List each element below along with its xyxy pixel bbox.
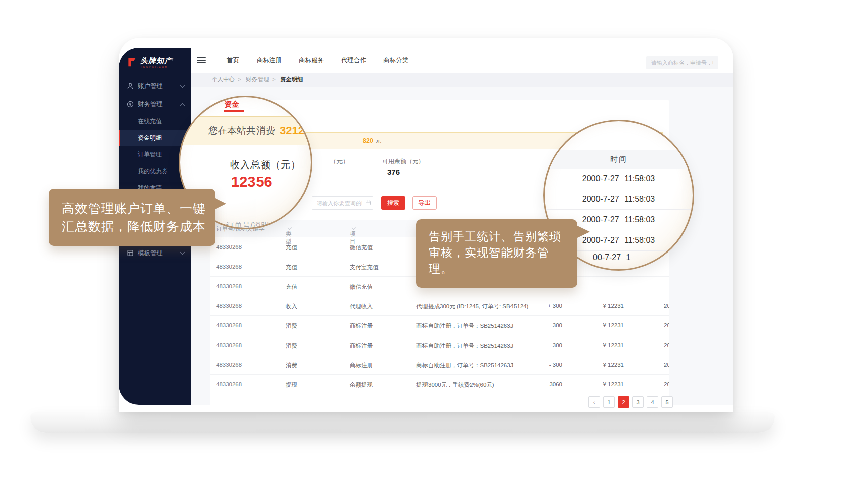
lens-banner-label: 您在本站共消费: [208, 124, 275, 137]
lens-income-label: 收入总额（元）: [230, 158, 301, 172]
sidebar-item-account[interactable]: 账户管理: [119, 77, 191, 95]
breadcrumb-item[interactable]: 个人中心: [212, 76, 235, 83]
chevron-down-icon: [180, 250, 185, 255]
sidebar-subitem-label: 订单管理: [138, 150, 162, 159]
cell-order-no: 48330268: [216, 342, 242, 348]
pagination-page-button[interactable]: 5: [661, 396, 673, 408]
sidebar-subitem-label: 我的优惠券: [138, 167, 168, 176]
stat-partial-label: （元）: [330, 157, 349, 166]
callout-right-line1: 告别手工统计、告别繁琐: [429, 228, 577, 244]
callout-left-line2: 汇总数据，降低财务成本: [62, 217, 215, 235]
cell-project: 商标注册: [350, 322, 373, 330]
lens-partial-time: 00-7-27 1: [593, 253, 631, 262]
cell-type: 充值: [286, 283, 297, 291]
active-indicator: [119, 130, 120, 146]
top-nav-link[interactable]: 代理合作: [341, 56, 366, 65]
cell-type: 充值: [286, 244, 297, 251]
callout-right-line3: 理。: [429, 261, 577, 277]
date-query-input[interactable]: [312, 196, 373, 210]
cell-project: 微信充值: [350, 283, 373, 291]
lens-tab-fragment: 资金: [224, 100, 239, 109]
available-balance-label: 可用余额（元）: [382, 157, 424, 166]
table-row: 48330268 消费 商标注册 商标自助注册，订单号：SB2514263J -…: [210, 316, 669, 335]
cell-project: 余额提现: [350, 381, 373, 389]
callout-left-line1: 高效管理账户订单、一键: [62, 199, 215, 217]
sidebar-subitem-label: 资金明细: [138, 134, 162, 142]
cell-order-no: 48330268: [216, 283, 242, 289]
banner-suffix-unit: 元: [375, 137, 382, 144]
cell-type: 消费: [286, 342, 297, 350]
header-type[interactable]: 类型: [286, 225, 291, 231]
lens-tab-underline: [224, 110, 244, 112]
cell-type: 收入: [286, 303, 297, 310]
callout-left: 高效管理账户订单、一键 汇总数据，降低财务成本: [49, 189, 215, 246]
cell-order-no: 48330268: [216, 244, 242, 250]
page: 头牌知产 TOUPAI.COM 账户管理 财务管理: [0, 0, 853, 504]
finance-icon: [127, 101, 134, 108]
cell-project: 代理收入: [350, 303, 373, 310]
sidebar-subitem-label: 在线充值: [138, 117, 162, 126]
sort-caret-icon: [288, 226, 292, 230]
pagination-page-button[interactable]: 3: [632, 396, 644, 408]
table-row: 48330268 提现 余额提现 提现3000元，手续费2%(60元) - 30…: [210, 375, 669, 394]
pagination-page-button[interactable]: 4: [647, 396, 658, 408]
sidebar-subitem[interactable]: 资金明细: [119, 130, 191, 146]
cell-amount: - 300: [512, 362, 562, 368]
cell-type: 提现: [286, 381, 297, 389]
sidebar-item-label: 财务管理: [138, 100, 177, 109]
cell-time-clipped: 2000-7-27 11:58:03: [664, 322, 669, 328]
cell-balance: ¥ 12231: [573, 342, 624, 348]
table-row: 48330268 消费 商标注册 商标自助注册，订单号：SB2514263J -…: [210, 355, 669, 375]
top-nav-link[interactable]: 商标服务: [299, 56, 324, 65]
breadcrumb: 个人中心 财务管理 资金明细: [191, 73, 733, 87]
available-balance-value: 376: [387, 167, 400, 176]
pagination-page-button[interactable]: 1: [603, 396, 615, 408]
user-icon: [127, 82, 134, 90]
sidebar-item-finance[interactable]: 财务管理: [119, 95, 191, 113]
cell-balance: ¥ 12231: [573, 362, 624, 368]
export-button[interactable]: 导出: [412, 196, 437, 210]
header-project[interactable]: 项目: [350, 225, 355, 231]
cell-order-no: 48330268: [216, 322, 242, 328]
cell-time-clipped: 2000-7-27 11:58:03: [664, 381, 669, 387]
cell-amount: + 300: [512, 303, 562, 309]
cell-project: 微信充值: [350, 244, 373, 251]
hamburger-icon[interactable]: [197, 56, 206, 65]
search-button[interactable]: 搜索: [381, 196, 405, 210]
laptop-base: [30, 412, 775, 433]
cell-project: 商标注册: [350, 342, 373, 350]
callout-right-line2: 审核，实现智能财务管: [429, 244, 577, 261]
cell-order-no: 48330268: [216, 303, 242, 309]
top-nav-link[interactable]: 首页: [227, 56, 239, 65]
top-nav-link[interactable]: 商标分类: [383, 56, 408, 65]
cell-project: 支付宝充值: [350, 264, 379, 271]
trademark-search-input[interactable]: [646, 56, 718, 69]
lens-banner: 您在本站共消费 32124: [180, 116, 311, 145]
brand-logo[interactable]: 头牌知产 TOUPAI.COM: [119, 48, 191, 77]
cell-amount: - 3060: [512, 381, 562, 387]
cell-order-no: 48330268: [216, 381, 242, 387]
sidebar-subitem[interactable]: 在线充值: [119, 113, 191, 130]
cell-order-no: 48330268: [216, 362, 242, 368]
callout-tail-icon: [576, 225, 590, 238]
pagination-pages: 12345: [603, 396, 673, 408]
lens-time-value: 2000-7-27 11:58:03: [545, 169, 693, 189]
cell-time-clipped: 2000-7-27 11:58:03: [664, 303, 669, 309]
brand-tagline: TOUPAI.COM: [140, 65, 173, 68]
sidebar-item-template[interactable]: 模板管理: [119, 244, 191, 262]
sidebar-item-label: 账户管理: [138, 82, 177, 91]
pagination-page-button[interactable]: 2: [618, 396, 629, 408]
cell-amount: - 300: [512, 342, 562, 348]
lens-income-value: 12356: [231, 174, 272, 190]
breadcrumb-item[interactable]: 财务管理: [235, 76, 269, 83]
template-icon: [127, 249, 134, 257]
sidebar-item-label: 模板管理: [138, 249, 177, 258]
pagination: ‹ 12345: [588, 396, 673, 408]
top-navbar: 首页商标注册商标服务代理合作商标分类: [191, 48, 733, 73]
pagination-prev-button[interactable]: ‹: [588, 396, 600, 408]
cell-time-clipped: 2000-7-27 11:58:03: [664, 342, 669, 348]
cell-type: 消费: [286, 362, 297, 369]
callout-right: 告别手工统计、告别繁琐 审核，实现智能财务管 理。: [416, 219, 577, 288]
breadcrumb-item[interactable]: 资金明细: [269, 76, 303, 83]
top-nav-link[interactable]: 商标注册: [257, 56, 282, 65]
